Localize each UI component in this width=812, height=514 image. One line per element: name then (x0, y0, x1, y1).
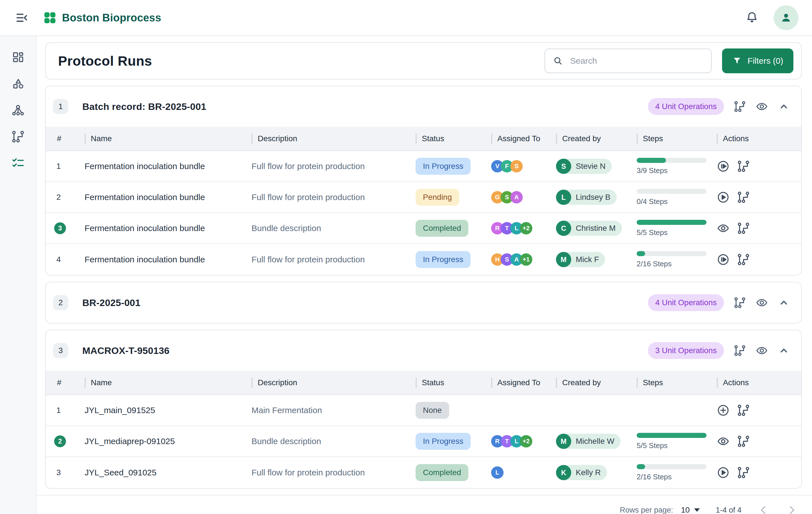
run-description: Full flow for protein production (246, 468, 410, 477)
sections: 1 Batch record: BR-2025-001 4 Unit Opera… (45, 86, 802, 489)
steps-progress-bar (637, 251, 706, 256)
column-header-description: Description (246, 127, 410, 150)
table-header-row: #NameDescriptionStatusAssigned ToCreated… (46, 371, 801, 395)
flow-icon[interactable] (737, 222, 750, 235)
plus-icon[interactable] (717, 404, 730, 417)
sidebar-item-checklist[interactable] (5, 150, 31, 176)
status-badge: In Progress (415, 433, 470, 450)
status-badge: Pending (415, 189, 459, 206)
row-actions (711, 435, 801, 448)
search-input[interactable] (569, 56, 704, 66)
table-row[interactable]: 2 Fermentation inoculation bundle Full f… (46, 182, 801, 213)
section-header: 3 MACROX-T-950136 3 Unit Operations (46, 330, 801, 371)
table-row[interactable]: 4 Fermentation inoculation bundle Full f… (46, 244, 801, 275)
section-title: Batch record: BR-2025-001 (82, 101, 206, 112)
eye-icon[interactable] (756, 100, 768, 113)
sidebar-item-shapes[interactable] (5, 70, 31, 97)
eye-icon[interactable] (756, 297, 768, 309)
flow-icon[interactable] (737, 435, 750, 448)
flow-icon[interactable] (737, 404, 750, 417)
play-icon[interactable] (717, 191, 730, 204)
protocol-runs-app: Boston Bioprocess Protocol Runs Filters … (0, 0, 812, 514)
bell-icon[interactable] (745, 11, 759, 25)
created-by-name: Stevie N (576, 162, 606, 171)
created-by-pill: M Mick F (556, 252, 605, 267)
row-number: 1 (56, 162, 61, 171)
run-name: JYL_Seed_091025 (79, 468, 246, 477)
column-header-assignedto: Assigned To (486, 371, 550, 395)
section-index-badge: 2 (53, 295, 68, 310)
rows-per-page-value: 10 (681, 506, 690, 514)
resume-icon[interactable] (717, 160, 730, 173)
run-name: JYL_mediaprep-091025 (79, 436, 246, 446)
row-number: 2 (56, 193, 61, 202)
assigned-to-avatars: GSA (491, 191, 550, 204)
eye-icon[interactable] (756, 344, 768, 357)
column-header-steps: Steps (631, 127, 711, 150)
chevron-up-icon[interactable] (778, 297, 790, 309)
run-name: Fermentation inoculation bundle (79, 161, 246, 171)
filters-button[interactable]: Filters (0) (722, 49, 793, 73)
steps-label: 5/5 Steps (637, 441, 711, 450)
filters-button-label: Filters (0) (748, 56, 783, 66)
status-badge: Completed (415, 464, 468, 481)
section-header: 1 Batch record: BR-2025-001 4 Unit Opera… (46, 86, 801, 127)
play-icon[interactable] (717, 466, 730, 479)
flow-icon[interactable] (734, 100, 746, 113)
created-by-avatar: M (556, 252, 571, 267)
flow-icon[interactable] (737, 160, 750, 173)
column-header-actions: Actions (711, 127, 801, 150)
next-page-icon[interactable] (785, 504, 798, 514)
table-row[interactable]: 1 JYL_main_091525 Main Fermentation None (46, 395, 801, 426)
steps-progress-bar (637, 158, 706, 163)
assigned-to-avatars: RTL+2 (491, 222, 550, 235)
table-row[interactable]: 1 Fermentation inoculation bundle Full f… (46, 151, 801, 182)
table-row[interactable]: 2 JYL_mediaprep-091025 Bundle descriptio… (46, 426, 801, 457)
flow-icon[interactable] (737, 466, 750, 479)
table-row[interactable]: 3 JYL_Seed_091025 Full flow for protein … (46, 457, 801, 488)
resume-icon[interactable] (717, 253, 730, 266)
steps-progress-bar (637, 220, 706, 225)
flow-icon[interactable] (737, 253, 750, 266)
menu-collapse-icon[interactable] (14, 10, 29, 25)
table-row[interactable]: 3 Fermentation inoculation bundle Bundle… (46, 213, 801, 244)
row-number: 4 (56, 255, 61, 264)
row-actions (711, 253, 801, 266)
assignee-avatar: A (510, 191, 523, 204)
sidebar-item-hierarchy[interactable] (5, 97, 31, 123)
assignee-avatar: +2 (520, 435, 532, 448)
steps-label: 0/4 Steps (637, 197, 711, 206)
column-header-createdby: Created by (550, 127, 631, 150)
user-avatar[interactable] (774, 5, 799, 30)
created-by-pill: K Kelly R (556, 465, 607, 480)
steps-progress-bar (637, 464, 706, 469)
brand-name: Boston Bioprocess (62, 12, 161, 24)
created-by-pill: L Lindsey B (556, 190, 617, 205)
chevron-up-icon[interactable] (778, 344, 790, 357)
previous-page-icon[interactable] (757, 504, 770, 514)
flow-icon[interactable] (737, 191, 750, 204)
column-header-name: Name (79, 127, 246, 150)
flow-icon (11, 130, 25, 144)
sidebar-item-dashboard[interactable] (5, 44, 31, 70)
checklist-icon (11, 156, 25, 170)
steps-label: 3/9 Steps (637, 166, 711, 175)
eye-icon[interactable] (717, 435, 730, 448)
column-header-status: Status (410, 127, 486, 150)
column-header-createdby: Created by (550, 371, 631, 395)
run-name: Fermentation inoculation bundle (79, 192, 246, 202)
eye-icon[interactable] (717, 222, 730, 235)
run-description: Bundle description (246, 223, 410, 233)
flow-icon[interactable] (734, 297, 746, 309)
run-description: Main Fermentation (246, 405, 410, 415)
chevron-up-icon[interactable] (778, 100, 790, 113)
created-by-avatar: K (556, 465, 571, 480)
flow-icon[interactable] (734, 344, 746, 357)
rows-per-page-select[interactable]: 10 (681, 506, 700, 514)
person-icon (779, 11, 793, 25)
row-number: 1 (56, 406, 61, 415)
search-box[interactable] (545, 49, 712, 73)
assignee-avatar: +1 (520, 253, 532, 266)
section-header: 2 BR-2025-001 4 Unit Operations (46, 282, 801, 323)
sidebar-item-flow[interactable] (5, 123, 31, 150)
